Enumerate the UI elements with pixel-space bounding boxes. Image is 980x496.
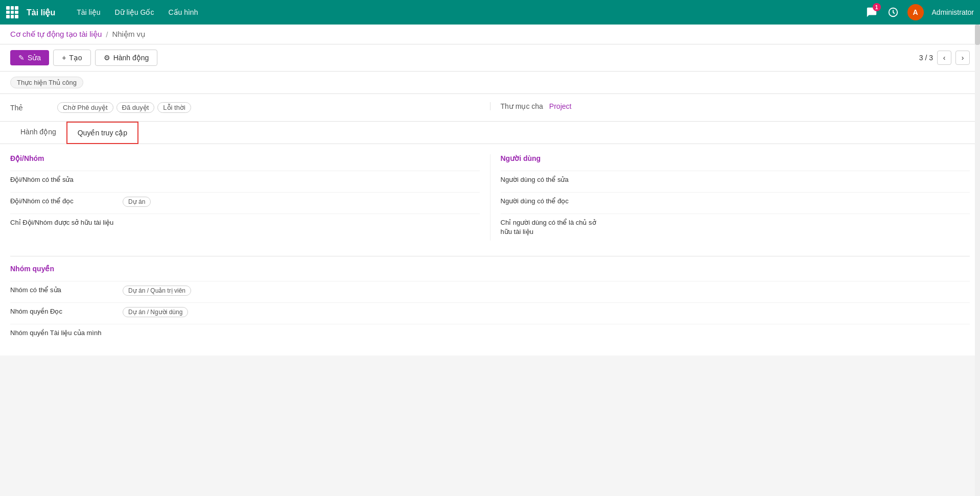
action-button[interactable]: ⚙ Hành động — [95, 50, 158, 66]
permission-section-title: Nhóm quyền — [10, 265, 970, 273]
edit-label: Sửa — [28, 54, 41, 62]
edit-button[interactable]: ✎ Sửa — [10, 50, 49, 65]
access-two-col: Đội/Nhóm Đội/Nhóm có thể sửa Đội/Nhóm có… — [10, 154, 970, 241]
parent-field: Thư mục cha Project — [490, 102, 970, 110]
clock-icon[interactable] — [887, 6, 899, 18]
tag-cho-phe-duyet[interactable]: Chờ Phê duyệt — [57, 102, 113, 113]
prev-button[interactable]: ‹ — [937, 51, 951, 65]
scrollbar-track[interactable] — [975, 25, 980, 356]
team-read-label: Đội/Nhóm có thể đọc — [10, 197, 123, 206]
create-label: Tạo — [69, 54, 82, 62]
scrollbar-thumb[interactable] — [975, 25, 980, 45]
the-label: Thẻ — [10, 104, 51, 112]
form-tags: Chờ Phê duyệt Đã duyệt Lỗi thời — [57, 102, 191, 113]
tabs-bar: Hành động Quyền truy cập — [0, 122, 980, 144]
tab-hanh-dong[interactable]: Hành động — [10, 122, 66, 144]
team-col: Đội/Nhóm Đội/Nhóm có thể sửa Đội/Nhóm có… — [10, 154, 490, 241]
tab-quyen-truy-cap[interactable]: Quyền truy cập — [66, 122, 138, 144]
topnav-right: 1 A Administrator — [865, 4, 974, 20]
team-read-value: Dự án — [123, 197, 151, 207]
perm-own-row: Nhóm quyền Tài liệu của mình — [10, 324, 970, 345]
avatar[interactable]: A — [907, 4, 924, 20]
breadcrumb: Cơ chế tự động tạo tài liệu / Nhiệm vụ — [0, 25, 980, 44]
team-edit-row: Đội/Nhóm có thể sửa — [10, 171, 480, 192]
user-edit-row: Người dùng có thể sửa — [501, 171, 970, 192]
perm-own-label: Nhóm quyền Tài liệu của mình — [10, 328, 123, 338]
menu-du-lieu-goc[interactable]: Dữ liệu Gốc — [108, 0, 161, 25]
topnav: Tài liệu Tài liệu Dữ liệu Gốc Cấu hình 1… — [0, 0, 980, 25]
status-manual[interactable]: Thực hiện Thủ công — [10, 77, 83, 88]
perm-read-row: Nhóm quyền Đọc Dự án / Người dùng — [10, 302, 970, 324]
parent-value: Project — [549, 102, 572, 110]
access-section: Đội/Nhóm Đội/Nhóm có thể sửa Đội/Nhóm có… — [0, 144, 980, 251]
grid-menu-icon[interactable] — [6, 6, 18, 18]
perm-read-label: Nhóm quyền Đọc — [10, 307, 123, 316]
perm-edit-value: Dự án / Quản trị viên — [123, 286, 191, 296]
user-col: Người dùng Người dùng có thể sửa Người d… — [490, 154, 970, 241]
parent-label: Thư mục cha — [501, 102, 543, 110]
tag-loi-thoi[interactable]: Lỗi thời — [157, 102, 191, 113]
chat-badge: 1 — [873, 3, 881, 11]
perm-edit-label: Nhóm có thể sửa — [10, 286, 123, 295]
team-owner-row: Chỉ Đội/Nhóm được sở hữu tài liệu — [10, 214, 480, 235]
breadcrumb-separator: / — [106, 30, 108, 39]
user-read-row: Người dùng có thể đọc — [501, 192, 970, 214]
permission-divider — [10, 256, 970, 256]
plus-icon: + — [62, 54, 66, 62]
create-button[interactable]: + Tạo — [53, 50, 91, 66]
toolbar-right: 3 / 3 ‹ › — [919, 51, 970, 65]
perm-edit-row: Nhóm có thể sửa Dự án / Quản trị viên — [10, 281, 970, 302]
user-section-title: Người dùng — [501, 154, 970, 162]
perm-read-value: Dự án / Người dùng — [123, 307, 188, 317]
pagination-info: 3 / 3 — [919, 54, 933, 62]
action-label: Hành động — [113, 54, 149, 62]
perm-edit-tag[interactable]: Dự án / Quản trị viên — [123, 286, 191, 296]
team-read-tag[interactable]: Dự án — [123, 197, 151, 207]
breadcrumb-current: Nhiệm vụ — [112, 30, 146, 39]
team-read-row: Đội/Nhóm có thể đọc Dự án — [10, 192, 480, 214]
team-edit-label: Đội/Nhóm có thể sửa — [10, 175, 123, 184]
user-read-label: Người dùng có thể đọc — [501, 197, 613, 206]
menu-tai-lieu[interactable]: Tài liệu — [69, 0, 107, 25]
main-content: Thực hiện Thủ công Thẻ Chờ Phê duyệt Đã … — [0, 72, 980, 356]
status-bar: Thực hiện Thủ công — [0, 72, 980, 94]
app-title: Tài liệu — [27, 8, 55, 17]
toolbar: ✎ Sửa + Tạo ⚙ Hành động 3 / 3 ‹ › — [0, 44, 980, 72]
tag-da-duyet[interactable]: Đã duyệt — [116, 102, 155, 113]
user-owner-row: Chỉ người dùng có thể là chủ sở hữu tài … — [501, 214, 970, 241]
user-edit-label: Người dùng có thể sửa — [501, 175, 613, 184]
team-section-title: Đội/Nhóm — [10, 154, 480, 162]
user-owner-label: Chỉ người dùng có thể là chủ sở hữu tài … — [501, 218, 613, 237]
perm-read-tag[interactable]: Dự án / Người dùng — [123, 307, 188, 317]
next-button[interactable]: › — [955, 51, 970, 65]
breadcrumb-parent[interactable]: Cơ chế tự động tạo tài liệu — [10, 30, 102, 39]
menu-cau-hinh[interactable]: Cấu hình — [161, 0, 205, 25]
topnav-menu: Tài liệu Dữ liệu Gốc Cấu hình — [69, 0, 205, 25]
permission-section: Nhóm quyền Nhóm có thể sửa Dự án / Quản … — [0, 251, 980, 356]
form-section: Thẻ Chờ Phê duyệt Đã duyệt Lỗi thời Thư … — [0, 94, 980, 122]
form-row: Thẻ Chờ Phê duyệt Đã duyệt Lỗi thời Thư … — [10, 102, 970, 113]
team-owner-label: Chỉ Đội/Nhóm được sở hữu tài liệu — [10, 218, 123, 227]
the-field: Thẻ Chờ Phê duyệt Đã duyệt Lỗi thời — [10, 102, 480, 113]
username[interactable]: Administrator — [932, 8, 974, 16]
chat-icon[interactable]: 1 — [865, 5, 879, 19]
edit-icon: ✎ — [18, 54, 25, 62]
gear-icon: ⚙ — [104, 54, 110, 62]
